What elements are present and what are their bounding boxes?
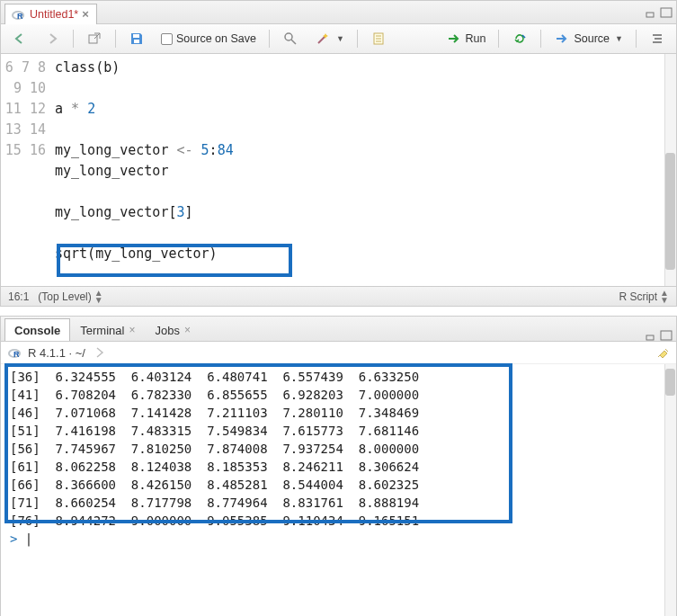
console-version-path: R 4.1.1 · ~/ bbox=[28, 346, 85, 360]
tab-jobs[interactable]: Jobs × bbox=[145, 318, 200, 341]
arrow-right-icon bbox=[44, 31, 60, 47]
source-toolbar: Source on Save ▼ Run Source▼ bbox=[1, 24, 676, 54]
source-tab-untitled1[interactable]: R Untitled1* × bbox=[4, 4, 97, 24]
back-button[interactable] bbox=[6, 29, 33, 49]
forward-button[interactable] bbox=[39, 29, 66, 49]
svg-line-9 bbox=[291, 40, 296, 44]
source-on-save-checkbox[interactable]: Source on Save bbox=[156, 31, 262, 47]
checkbox-icon bbox=[161, 33, 173, 45]
svg-text:R: R bbox=[13, 350, 20, 359]
console-scrollbar[interactable] bbox=[664, 364, 676, 616]
scope-stepper-icon: ▲▼ bbox=[94, 290, 103, 304]
console-header: R R 4.1.1 · ~/ bbox=[1, 342, 676, 364]
console-tab-bar: Console Terminal × Jobs × bbox=[1, 317, 676, 342]
show-in-new-window-button[interactable] bbox=[81, 29, 108, 49]
source-tab-close-icon[interactable]: × bbox=[82, 7, 89, 21]
notebook-icon bbox=[370, 31, 387, 47]
rerun-button[interactable] bbox=[506, 29, 533, 49]
svg-text:R: R bbox=[17, 12, 23, 21]
language-selector[interactable]: R Script ▲▼ bbox=[619, 290, 669, 304]
svg-line-23 bbox=[665, 349, 668, 352]
source-status-bar: 16:1 (Top Level) ▲▼ R Script ▲▼ bbox=[1, 286, 676, 306]
tab-jobs-label: Jobs bbox=[155, 324, 179, 337]
goto-wd-icon[interactable] bbox=[91, 344, 107, 361]
code-editor[interactable]: 6 7 8 9 10 11 12 13 14 15 16 class(b) a … bbox=[1, 54, 676, 286]
magnifier-icon bbox=[282, 31, 298, 47]
svg-rect-7 bbox=[134, 40, 139, 43]
language-label: R Script bbox=[619, 290, 657, 303]
r-logo-icon: R bbox=[6, 344, 22, 361]
save-button[interactable] bbox=[123, 29, 150, 49]
source-arrow-icon bbox=[554, 31, 570, 47]
line-number-gutter: 6 7 8 9 10 11 12 13 14 15 16 bbox=[1, 54, 55, 286]
svg-rect-19 bbox=[661, 331, 672, 340]
compile-report-button[interactable] bbox=[365, 29, 392, 49]
svg-rect-6 bbox=[133, 34, 139, 38]
svg-rect-3 bbox=[646, 13, 654, 17]
save-icon bbox=[129, 31, 145, 47]
code-area[interactable]: class(b) a * 2 my_long_vector <- 5:84 my… bbox=[55, 54, 676, 286]
console-pane: Console Terminal × Jobs × R R 4.1.1 · ~/… bbox=[0, 316, 677, 616]
source-button[interactable]: Source▼ bbox=[548, 29, 628, 49]
console-min-max-icons[interactable] bbox=[646, 330, 673, 341]
tab-terminal[interactable]: Terminal × bbox=[70, 318, 145, 341]
outline-icon bbox=[649, 31, 665, 47]
run-arrow-icon bbox=[446, 31, 462, 47]
source-label: Source bbox=[574, 32, 610, 45]
source-tab-bar: R Untitled1* × bbox=[1, 1, 676, 24]
find-button[interactable] bbox=[277, 29, 304, 49]
rerun-icon bbox=[512, 31, 528, 47]
source-tab-title: Untitled1* bbox=[30, 8, 78, 21]
run-label: Run bbox=[466, 32, 486, 45]
source-pane: R Untitled1* × Source on Save ▼ Run bbox=[0, 0, 677, 307]
source-on-save-label: Source on Save bbox=[176, 32, 256, 45]
tab-console[interactable]: Console bbox=[4, 318, 70, 341]
outline-button[interactable] bbox=[644, 29, 671, 49]
r-logo-icon: R bbox=[10, 6, 26, 22]
wand-icon bbox=[315, 31, 331, 47]
editor-scrollbar[interactable] bbox=[664, 54, 676, 286]
tab-console-label: Console bbox=[14, 324, 60, 337]
svg-point-8 bbox=[285, 33, 292, 40]
code-tools-button[interactable]: ▼ bbox=[309, 29, 350, 49]
popout-icon bbox=[86, 31, 102, 47]
tab-jobs-close-icon[interactable]: × bbox=[184, 324, 191, 336]
tab-terminal-label: Terminal bbox=[80, 324, 124, 337]
run-button[interactable]: Run bbox=[441, 29, 492, 49]
pane-min-max-icons[interactable] bbox=[646, 7, 673, 18]
console-output[interactable]: [36] 6.324555 6.403124 6.480741 6.557439… bbox=[1, 364, 676, 616]
arrow-left-icon bbox=[12, 31, 28, 47]
clear-console-icon[interactable] bbox=[655, 344, 671, 361]
svg-rect-4 bbox=[661, 8, 672, 17]
svg-rect-5 bbox=[89, 35, 97, 43]
lang-stepper-icon: ▲▼ bbox=[660, 290, 669, 304]
svg-rect-18 bbox=[646, 335, 654, 340]
cursor-position: 16:1 bbox=[8, 290, 29, 303]
scope-label: (Top Level) bbox=[38, 290, 91, 303]
tab-terminal-close-icon[interactable]: × bbox=[129, 324, 135, 336]
scope-selector[interactable]: (Top Level) ▲▼ bbox=[38, 290, 102, 304]
